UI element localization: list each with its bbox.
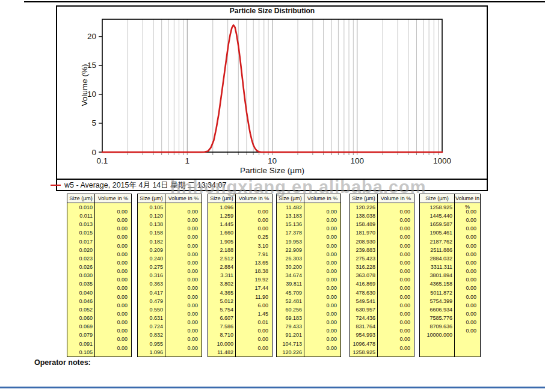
volume-cell: 0.00 [165,284,202,292]
volume-column-header: Volume In % [95,194,131,203]
volume-cell: 0.00 [165,233,202,241]
size-cell: 416.869 [350,280,377,288]
size-cell: 4365.158 [420,280,454,288]
volume-cell: 0.00 [304,301,340,310]
volume-cell: 0.00 [95,259,131,267]
size-column: 0.0100.0110.0130.0150.0170.0200.0230.026… [67,203,95,357]
size-column-header: Size (µm) [350,194,378,203]
size-cell: 0.013 [67,220,94,228]
size-cell: 11.482 [208,348,235,357]
size-cell: 3.311 [208,271,235,280]
report-page: Particle Size Distribution Volume (%) Pa… [0,0,545,392]
size-cell: 0.182 [138,237,165,246]
volume-cell: 0.00 [165,267,202,275]
size-cell: 5754.399 [420,297,454,305]
volume-cell: 0.00 [95,224,131,233]
volume-cell: 0.00 [95,242,131,250]
size-cell: 120.226 [350,203,377,212]
volume-cell: 0.00 [95,344,131,352]
size-cell: 6606.934 [420,305,454,314]
size-cell: 954.993 [350,331,377,339]
y-tick-label: 5 [91,118,96,127]
volume-cell: 17.44 [236,284,272,292]
size-cell: 45.709 [277,289,304,297]
volume-cell: 0.00 [236,224,272,233]
volume-cell: 0.00 [165,301,202,310]
volume-cell: 0.00 [95,267,131,275]
size-cell: 0.363 [138,280,165,288]
size-cell: 0.138 [138,220,165,228]
volume-cell: 3.10 [236,242,272,250]
particle-size-table-2: Size (µm)Volume In %0.1050.1200.1380.158… [137,194,202,357]
size-cell: 0.631 [138,314,165,322]
volume-cell: 0.00 [304,267,340,275]
volume-cell: 0.00 [378,275,414,284]
size-cell: 0.060 [67,314,94,322]
operator-notes-label: Operator notes: [34,358,91,367]
size-cell: 0.052 [67,305,94,314]
volume-cell: 0.00 [95,216,131,224]
volume-cell: 0.00 [455,301,480,310]
size-cell: 549.541 [350,297,377,305]
volume-cell: 0.00 [304,326,340,335]
table-header: Size (µm)Volume In % [277,194,340,203]
volume-cell: 0.00 [95,284,131,292]
volume-cell: 0.00 [304,242,340,250]
particle-size-table-3: Size (µm)Volume In %1.0961.2591.4451.660… [208,194,272,357]
volume-cell: 0.00 [304,259,340,267]
size-cell: 239.883 [350,246,377,254]
size-cell: 5.754 [208,305,235,314]
size-cell: 2511.886 [420,246,454,254]
size-cell: 2884.032 [420,254,454,263]
volume-cell: 0.00 [165,275,202,284]
size-cell: 0.023 [67,254,94,263]
y-tick-label: 0 [91,148,96,157]
size-cell: 0.035 [67,280,94,288]
volume-cell: 0.00 [455,326,480,335]
volume-cell: 0.00 [455,242,480,250]
volume-cell: 18.38 [236,267,272,275]
volume-cell: 0.00 [455,293,480,301]
volume-cell: 0.00 [378,284,414,292]
volume-cell: 0.00 [378,216,414,224]
volume-cell: 0.00 [304,284,340,292]
size-cell: 138.038 [350,212,377,220]
volume-column-header: Volume In % [165,194,202,203]
size-cell: 2.188 [208,246,235,254]
size-cell: 0.209 [138,246,165,254]
size-cell: 1258.925 [350,348,377,357]
page-bottom-rule [0,387,545,388]
x-tick-label: 1 [185,156,189,165]
size-cell: 79.433 [277,322,304,331]
volume-cell: 0.00 [95,275,131,284]
size-cell: 30.200 [277,263,304,271]
size-cell: 208.930 [350,237,377,246]
size-cell: 0.020 [67,246,94,254]
size-column: 1.0961.2591.4451.6601.9052.1882.5122.884… [208,203,236,357]
legend-label: w5 - Average, 2015年 4月 14日 星期 二 13:34:07 [64,180,226,191]
size-cell: 0.069 [67,322,94,331]
y-tick-label: 15 [87,61,96,70]
table-header: Size (µm)Volume In % [350,194,414,203]
volume-cell: 0.00 [378,335,414,343]
size-cell: 724.436 [350,314,377,322]
size-cell: 1.445 [208,220,235,228]
size-cell: 34.674 [277,271,304,280]
size-cell: 363.078 [350,271,377,280]
size-cell: 0.316 [138,271,165,280]
size-cell: 2187.762 [420,237,454,246]
volume-cell: 0.00 [378,318,414,326]
size-cell: 0.158 [138,228,165,237]
size-cell: 5011.872 [420,289,454,297]
volume-cell: 0.00 [378,233,414,241]
volume-cell: 0.00 [236,326,272,335]
size-cell: 0.030 [67,271,94,280]
volume-cell: 0.00 [378,267,414,275]
volume-cell: 0.00 [95,318,131,326]
size-cell: 158.489 [350,220,377,228]
volume-cell: 0.00 [95,310,131,318]
size-cell: 0.417 [138,289,165,297]
volume-cell: 0.00 [165,216,202,224]
size-cell: 60.256 [277,305,304,314]
size-cell: 478.630 [350,289,377,297]
